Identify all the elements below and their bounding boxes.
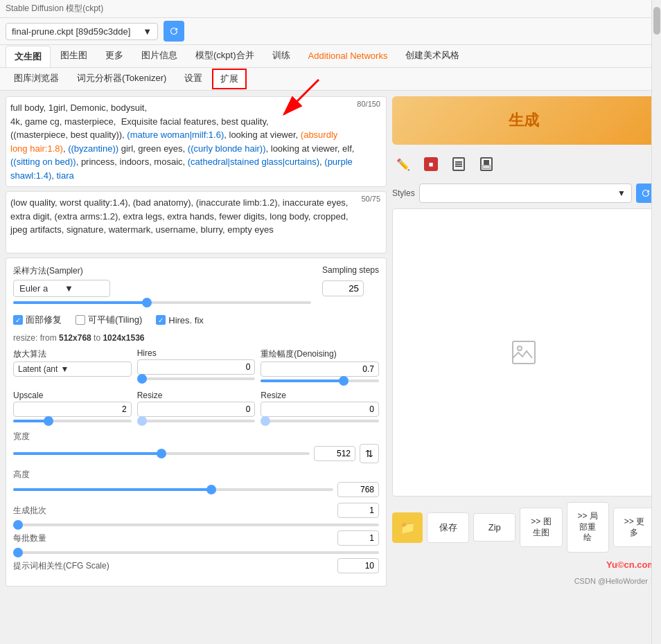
generate-button[interactable]: 生成 [392, 96, 655, 145]
checkboxes-row: 面部修复 可平铺(Tiling) Hires. fix [13, 314, 379, 326]
negative-prompt-text[interactable]: (low quality, worst quality:1.4), (bad a… [10, 196, 382, 237]
upscale-input[interactable] [13, 402, 132, 417]
upscale-slider[interactable] [13, 420, 132, 422]
width-input[interactable] [314, 446, 355, 461]
sampler-column: 采样方法(Sampler) Euler a ▼ [13, 265, 311, 307]
more-button[interactable]: >> 更多 [613, 508, 655, 547]
batch-count-input[interactable] [337, 503, 379, 518]
tiling-box [76, 315, 85, 325]
zip-button[interactable]: Zip [473, 513, 515, 542]
cfg-label: 提示词相关性(CFG Scale) [13, 560, 332, 572]
stamp-button[interactable]: ■ [420, 153, 442, 175]
upscaler-dropdown[interactable]: Latent (ant ▼ [13, 361, 132, 377]
tiling-checkbox[interactable]: 可平铺(Tiling) [76, 314, 142, 326]
height-row: 高度 [13, 469, 379, 497]
scrollbar[interactable] [651, 0, 661, 644]
upscale-resize-controls: Upscale Resize [13, 391, 379, 425]
batch-count-slider[interactable] [13, 524, 379, 526]
svg-point-3 [518, 346, 522, 350]
resize1-slider[interactable] [137, 420, 256, 422]
tab-merge[interactable]: 模型(ckpt)合并 [187, 45, 263, 67]
sampler-label: 采样方法(Sampler) [13, 265, 311, 277]
save-img-button[interactable]: 保存 [427, 512, 469, 543]
top-bar: Stable Diffusion 模型(ckpt) [0, 0, 661, 18]
resize2-group: Resize [261, 391, 379, 425]
sampler-arrow: ▼ [64, 283, 104, 294]
inpaint-button[interactable]: >> 局部重绘 [567, 502, 609, 553]
positive-prompt-text[interactable]: full body, 1girl, Demonic, bodysuit, 4k,… [10, 101, 382, 182]
svg-rect-2 [513, 341, 535, 364]
hires-fix-checkbox[interactable]: Hires. fix [156, 315, 204, 325]
width-slider[interactable] [13, 452, 310, 455]
cfg-input[interactable] [337, 558, 379, 573]
upscale-group: Upscale [13, 391, 132, 425]
save-button[interactable] [475, 153, 497, 175]
tab-train[interactable]: 训练 [264, 45, 299, 67]
styles-row: Styles ▼ [392, 184, 655, 203]
tab-settings[interactable]: 设置 [176, 68, 211, 90]
swap-dimensions-button[interactable]: ⇅ [360, 444, 379, 463]
app-title: Stable Diffusion 模型(ckpt) [6, 3, 103, 15]
height-slider[interactable] [13, 488, 333, 491]
sampler-slider[interactable] [13, 301, 311, 304]
folder-button[interactable]: 📁 [392, 512, 423, 543]
document-button[interactable] [448, 153, 470, 175]
model-dropdown-arrow: ▼ [143, 26, 152, 37]
upscale-label: Upscale [13, 391, 132, 400]
model-dropdown[interactable]: final-prune.ckpt [89d59c3dde] ▼ [6, 23, 158, 40]
image-preview [392, 208, 655, 497]
height-input[interactable] [337, 482, 379, 497]
controls-area: 采样方法(Sampler) Euler a ▼ [6, 258, 387, 587]
upscaler-group: 放大算法 Latent (ant ▼ [13, 348, 132, 385]
sampler-dropdown[interactable]: Euler a ▼ [13, 280, 110, 297]
denoising-input[interactable] [261, 361, 379, 377]
resize1-input[interactable] [137, 402, 256, 417]
scrollbar-thumb[interactable] [653, 7, 660, 35]
tab-more[interactable]: 更多 [97, 45, 132, 67]
height-label: 高度 [13, 469, 379, 481]
hires-input[interactable]: 0 [137, 359, 256, 375]
img2img-button[interactable]: >> 图生图 [520, 508, 562, 547]
styles-dropdown[interactable]: ▼ [419, 184, 632, 203]
tabs-row-1: 文生图 图生图 更多 图片信息 模型(ckpt)合并 训练 Additional… [0, 45, 661, 68]
left-panel: 80/150 full body, 1girl, Demonic, bodysu… [6, 96, 387, 587]
tabs-row-2: 图库浏览器 词元分析器(Tokenizer) 设置 扩展 [0, 68, 661, 91]
hires-label: Hires [137, 348, 256, 358]
pencil-button[interactable]: ✏️ [392, 153, 414, 175]
face-restore-label: 面部修复 [26, 314, 62, 326]
cfg-row: 提示词相关性(CFG Scale) [13, 558, 379, 573]
tab-extensions[interactable]: 扩展 [212, 69, 247, 89]
right-panel: 生成 ✏️ ■ [392, 96, 655, 587]
batch-size-input[interactable] [337, 530, 379, 546]
batch-size-slider[interactable] [13, 551, 379, 554]
model-selector-row: final-prune.ckpt [89d59c3dde] ▼ [0, 18, 661, 45]
resize1-label: Resize [137, 391, 256, 400]
steps-input[interactable] [322, 280, 364, 296]
main-content: 80/150 full body, 1girl, Demonic, bodysu… [0, 91, 661, 592]
tab-imginfo[interactable]: 图片信息 [133, 45, 186, 67]
watermark2: CSDN @HelloWorder！ [392, 576, 655, 587]
hires-controls: 放大算法 Latent (ant ▼ Hires 0 [13, 348, 379, 385]
batch-count-row: 生成批次 [13, 503, 379, 518]
denoising-label: 重绘幅度(Denoising) [261, 348, 379, 360]
hires-group: Hires 0 [137, 348, 256, 385]
model-value: final-prune.ckpt [89d59c3dde] [12, 26, 130, 37]
tab-additional-networks[interactable]: Additional Networks [300, 46, 396, 66]
width-label: 宽度 [13, 431, 379, 442]
resize2-input[interactable] [261, 402, 379, 417]
hires-slider[interactable] [137, 377, 256, 380]
watermark: Yu©cn.com [392, 560, 655, 570]
upscaler-label: 放大算法 [13, 348, 132, 360]
face-restore-checkbox[interactable]: 面部修复 [13, 314, 62, 326]
tiling-label: 可平铺(Tiling) [88, 314, 142, 326]
resize2-slider[interactable] [261, 420, 379, 422]
tab-style[interactable]: 创建美术风格 [397, 45, 468, 67]
model-refresh-button[interactable] [164, 21, 184, 42]
tab-txt2img[interactable]: 文生图 [6, 46, 51, 67]
tab-gallery[interactable]: 图库浏览器 [6, 68, 67, 90]
resize2-label: Resize [261, 391, 379, 400]
denoising-slider[interactable] [261, 379, 379, 382]
tab-img2img[interactable]: 图生图 [52, 45, 96, 67]
sampler-section: 采样方法(Sampler) Euler a ▼ [13, 265, 379, 307]
tab-tokenizer[interactable]: 词元分析器(Tokenizer) [69, 68, 175, 90]
